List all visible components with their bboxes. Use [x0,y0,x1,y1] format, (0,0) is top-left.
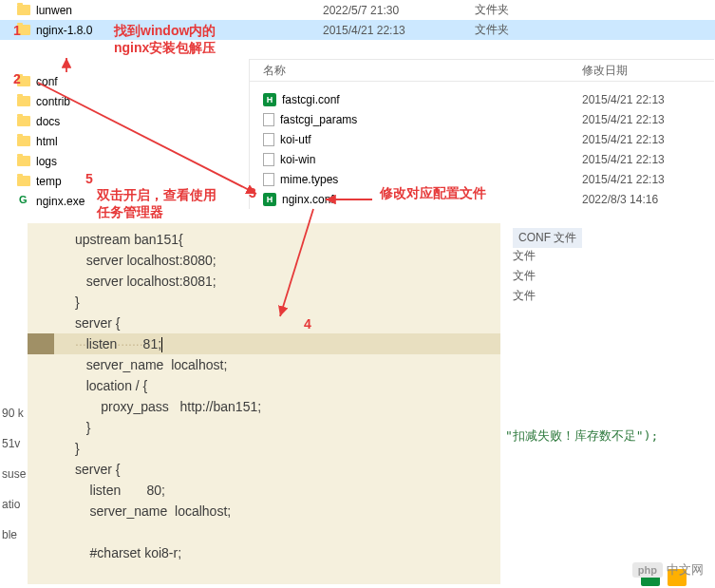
file-row-selected[interactable]: nginx-1.8.0 2015/4/21 22:13 文件夹 [0,20,715,40]
file-icon [263,153,274,166]
file-row[interactable]: Hfastcgi.conf2015/4/21 22:13 [250,89,714,109]
annotation-number: 4 [304,316,311,332]
file-icon [263,133,274,146]
column-header[interactable]: 名称 修改日期 [250,59,714,82]
code-line: server_name localhost; [28,354,500,375]
code-line: } [28,417,500,438]
watermark: php 中文网 [632,561,704,579]
file-name: koi-win [280,153,315,166]
code-line [28,522,500,542]
file-row[interactable]: fastcgi_params2015/4/21 22:13 [250,109,714,129]
arrow-icon [62,55,71,74]
folder-icon [17,5,30,15]
code-line: #charset koi8-r; [28,542,500,563]
code-line: } [28,292,500,313]
code-line: proxy_pass http://ban151; [28,396,500,417]
annotation-text: 修改对应配置文件 [380,185,486,202]
type-label: 文件 [513,268,582,288]
folder-icon [17,136,30,146]
file-row[interactable]: lunwen 2022/5/7 21:30 文件夹 [0,0,715,20]
background-code: "扣减失败！库存数不足"); [505,427,658,445]
file-name: fastcgi_params [280,113,357,126]
file-date: 2022/5/7 21:30 [323,4,399,17]
code-line: location / { [28,375,500,396]
code-editor[interactable]: upstream ban151{ server localhost:8080; … [28,223,500,584]
annotation-number: 1 [13,23,21,38]
col-mod: 修改日期 [582,63,628,79]
type-label: 文件 [513,288,582,308]
file-name: koi-utf [280,133,311,146]
svg-line-0 [38,83,256,194]
type-column: CONF 文件 文件 文件 文件 [513,228,582,308]
code-line: server { [28,313,500,333]
file-date: 2015/4/21 22:13 [582,93,665,106]
code-line: listen 80; [28,480,500,501]
code-line: server localhost:8080; [28,250,500,271]
file-type: 文件夹 [475,22,509,38]
watermark-badge: php [632,562,663,578]
file-name: mime.types [280,173,338,186]
background-fragments: 90 k 51v suse atio ble [0,407,26,559]
file-date: 2015/4/21 22:13 [582,113,665,126]
file-date: 2015/4/21 22:13 [582,173,665,186]
folder-icon [17,176,30,186]
code-line: } [28,438,500,459]
code-line-active: ···listen·······81; [28,333,500,354]
file-row[interactable]: koi-utf2015/4/21 22:13 [250,129,714,149]
file-icon [263,173,274,186]
file-name: lunwen [36,4,72,17]
file-name: nginx-1.8.0 [36,24,92,37]
file-row[interactable]: koi-win2015/4/21 22:13 [250,149,714,169]
type-label: CONF 文件 [513,228,582,248]
type-label: 文件 [513,248,582,268]
folder-icon [17,116,30,126]
code-line: server localhost:8081; [28,271,500,292]
code-line: server { [28,459,500,480]
watermark-text: 中文网 [667,561,704,579]
conf-icon: H [263,93,276,106]
code-line: upstream ban151{ [28,229,500,250]
annotation-number: 2 [13,71,21,86]
file-date: 2015/4/21 22:13 [582,133,665,146]
file-type: 文件夹 [475,2,509,18]
code-line: server_name localhost; [28,501,500,522]
exe-icon [17,195,30,208]
arrow-icon [275,207,323,321]
conf-icon: H [263,193,276,206]
svg-line-2 [280,209,313,316]
file-name: fastcgi.conf [282,93,340,106]
file-date: 2015/4/21 22:13 [582,153,665,166]
folder-icon [17,156,30,166]
folder-icon [17,96,30,106]
file-date: 2022/8/3 14:16 [582,193,658,206]
file-icon [263,113,274,126]
file-date: 2015/4/21 22:13 [323,24,405,37]
arrow-icon [323,195,375,204]
